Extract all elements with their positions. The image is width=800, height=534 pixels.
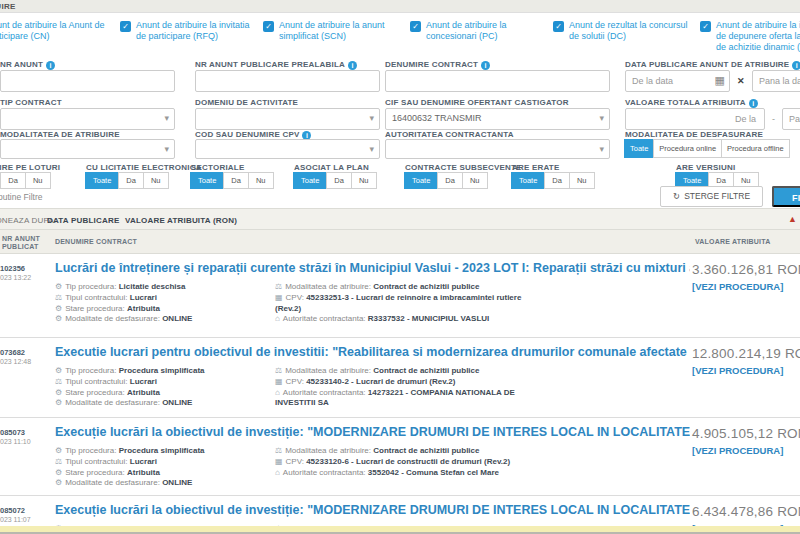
denumire-contract-input[interactable] — [385, 70, 610, 92]
valoare-from-input[interactable]: De la — [625, 108, 765, 130]
toggle-nu-button[interactable]: Nu — [569, 172, 595, 189]
toggle-toate-button[interactable]: Toate — [190, 172, 224, 189]
modalitate-atribuire-select[interactable]: ▾ — [0, 139, 175, 159]
toggle-nu-button[interactable]: Nu — [25, 172, 51, 189]
cpv-icon: ▦ — [275, 293, 283, 302]
toggle-toate-button[interactable]: Toate — [85, 172, 119, 189]
info-icon[interactable]: i — [792, 61, 800, 70]
detail-tipul-contractului: ⚖Tipul contractului: Lucrari — [55, 457, 267, 468]
toggle-da-button[interactable]: Da — [118, 172, 144, 189]
toggle-nu-button[interactable]: Nu — [462, 172, 488, 189]
checkbox-cn[interactable]: ✓ Anunt de atribuire la Anunt de partici… — [0, 20, 110, 42]
detail-tipul-contractului: ⚖Tipul contractului: Lucrari — [55, 293, 267, 304]
filter-button[interactable]: FILTREAZA — [772, 186, 800, 207]
desfasurare-toate-button[interactable]: Toate — [624, 139, 654, 158]
checkbox-label: Anunt de atribuire la anunt simplificat … — [279, 20, 403, 42]
toggle-toate-button[interactable]: Toate — [404, 172, 438, 189]
info-icon[interactable]: i — [481, 61, 490, 70]
alert-icon[interactable]: ▲ — [788, 214, 797, 224]
nr-prealabila-input[interactable] — [195, 70, 380, 92]
data-publicare-label: DATA PUBLICARE ANUNT DE ATRIBUIREi — [625, 60, 800, 70]
row-title-link[interactable]: Lucrări de întreținere și reparații cure… — [55, 261, 690, 275]
gear-icon: ⚙ — [55, 366, 62, 375]
checkbox-checked-icon[interactable]: ✓ — [553, 21, 564, 32]
desfasurare-offline-button[interactable]: Procedura offline — [721, 139, 790, 158]
nr-anunt-input[interactable] — [0, 70, 175, 92]
detail-autoritate: ⌂Autoritate contractanta: 14273221 - COM… — [275, 388, 533, 410]
clear-date-icon[interactable]: ✕ — [737, 76, 745, 86]
calendar-icon[interactable]: ▦ — [715, 74, 725, 87]
desfasurare-online-button[interactable]: Procedura online — [653, 139, 722, 158]
row-title-link[interactable]: Execuție lucrări la obiectivul de invest… — [55, 425, 690, 439]
sort-valoare-atribuita[interactable]: VALOARE ATRIBUITA (RON) — [125, 216, 237, 225]
row-details-left: ⚙Tip procedura: Licitatie deschisa ⚖Tipu… — [55, 282, 267, 325]
checkbox-checked-icon[interactable]: ✓ — [263, 21, 274, 32]
tip-contract-select[interactable]: ▾ — [0, 108, 175, 130]
toggle-toate-button[interactable]: Toate — [293, 172, 327, 189]
sort-data-publicare[interactable]: DATA PUBLICARE — [47, 216, 119, 225]
chevron-down-icon: ▾ — [599, 144, 604, 154]
checkbox-rfda[interactable]: ✓ Anunt de atribuire la invitatia de dep… — [700, 20, 800, 53]
vezi-procedura-link[interactable]: [VEZI PROCEDURA] — [692, 281, 783, 292]
checkbox-rfq[interactable]: ✓ Anunt de atribuire la invitatia de par… — [120, 20, 260, 42]
detail-tip-procedura: ⚙Tip procedura: Procedura simplificata — [55, 366, 267, 377]
checkbox-dc[interactable]: ✓ Anunt de rezultat la concursul de solu… — [553, 20, 693, 42]
row-date: 023 11:10 — [0, 438, 60, 445]
col-nr-anunt: NR ANUNTPUBLICAT — [2, 235, 40, 251]
scales-icon: ⚖ — [275, 446, 282, 455]
refresh-icon: ↻ — [673, 191, 680, 201]
cpv-select[interactable]: ▾ — [195, 139, 380, 159]
toggle-sectoriale-label: SECTORIALE — [191, 163, 244, 172]
vezi-procedura-link[interactable]: [VEZI PROCEDURA] — [692, 445, 783, 456]
row-id: 102356 — [0, 264, 54, 273]
detail-autoritate: ⌂Autoritate contractanta: R3337532 - MUN… — [275, 314, 533, 325]
checkbox-scn[interactable]: ✓ Anunt de atribuire la anunt simplifica… — [263, 20, 403, 42]
row-details-right: ⚖Modalitatea de atribuire: Contract de a… — [275, 282, 533, 325]
valoare-totala-label: VALOARE TOTALA ATRIBUITAi — [625, 98, 758, 108]
chevron-down-icon: ▾ — [369, 144, 374, 154]
detail-modalitate-desfasurare: ⚙Modalitate de desfasurare: ONLINE — [55, 478, 267, 489]
toggle-nu-button[interactable]: Nu — [143, 172, 169, 189]
toggle-da-button[interactable]: Da — [0, 172, 26, 189]
toggle-nu-button[interactable]: Nu — [248, 172, 274, 189]
checkbox-checked-icon[interactable]: ✓ — [120, 21, 131, 32]
row-title-link[interactable]: Executie lucrari pentru obiectivul de in… — [55, 345, 690, 359]
col-denumire-contract: DENUMIRE CONTRACT — [55, 238, 137, 246]
clear-filters-button[interactable]: ↻STERGE FILTRE — [660, 186, 763, 207]
cpv-icon: ▦ — [275, 377, 283, 386]
table-header: NR ANUNTPUBLICAT DENUMIRE CONTRACT VALOA… — [0, 230, 800, 254]
toggle-da-button[interactable]: Da — [326, 172, 352, 189]
vezi-procedura-link[interactable]: [VEZI PROCEDURA] — [692, 365, 783, 376]
toggle-da-button[interactable]: Da — [437, 172, 463, 189]
checkbox-checked-icon[interactable]: ✓ — [700, 21, 711, 32]
info-icon[interactable]: i — [46, 61, 55, 70]
info-icon[interactable]: i — [348, 61, 357, 70]
toggle-toate-button[interactable]: Toate — [511, 172, 545, 189]
row-details-right: ⚖Modalitatea de atribuire: Contract de a… — [275, 446, 533, 478]
date-to-input[interactable]: Pana la data — [752, 70, 800, 92]
info-icon[interactable]: i — [749, 99, 758, 108]
toggle-da-button[interactable]: Da — [544, 172, 570, 189]
domeniu-label: DOMENIU DE ACTIVITATE — [195, 98, 298, 107]
toggle-subsecvente-label: CONTRACTE SUBSECVENTE — [405, 163, 522, 172]
valoare-to-input[interactable]: Pana la — [782, 108, 800, 130]
checkbox-checked-icon[interactable]: ✓ — [410, 21, 421, 32]
row-value: 3.360.126,81 RON — [692, 262, 800, 277]
row-value: 4.905.105,12 RON — [692, 426, 800, 441]
autoritate-select[interactable]: ▾ — [385, 139, 610, 159]
cif-ofertant-select[interactable]: 16400632 TRANSMIR▾ — [385, 108, 610, 130]
less-filters-link[interactable]: Mai putine Filtre — [0, 192, 42, 202]
checkbox-pc[interactable]: ✓ Anunt de atribuire la concesionari (PC… — [410, 20, 550, 42]
toggle-da-button[interactable]: Da — [223, 172, 249, 189]
autoritate-label: AUTORITATEA CONTRACTANTA — [385, 130, 514, 139]
chevron-down-icon: ▾ — [164, 113, 169, 123]
toggle-nu-button[interactable]: Nu — [351, 172, 377, 189]
detail-stare-procedura: ⚙Stare procedura: Atribuita — [55, 304, 267, 315]
detail-cpv: ▦CPV: 45233251-3 - Lucrari de reinnoire … — [275, 293, 533, 315]
detail-stare-procedura: ⚙Stare procedura: Atribuita — [55, 388, 267, 399]
domeniu-select[interactable]: ▾ — [195, 108, 380, 130]
row-title-link[interactable]: Execuție lucrări la obiectivul de invest… — [55, 503, 690, 517]
date-from-input[interactable]: De la data ▦ — [625, 70, 730, 92]
building-icon: ⌂ — [275, 468, 280, 477]
page-title: ATRIBUIRE — [0, 2, 16, 11]
